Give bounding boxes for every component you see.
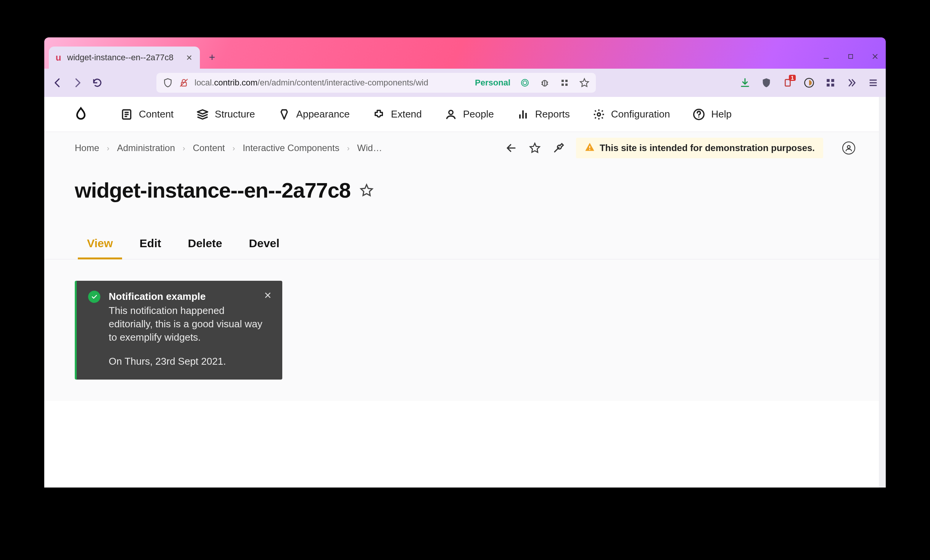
notification-close-icon[interactable]	[263, 291, 272, 300]
overflow-chevron-icon[interactable]	[846, 77, 858, 89]
demo-warning-banner: This site is intended for demonstration …	[576, 138, 823, 158]
hamburger-menu-icon[interactable]	[867, 77, 879, 89]
svg-point-37	[597, 113, 600, 116]
tab-title: widget-instance--en--2a77c8	[67, 53, 181, 63]
svg-line-13	[541, 84, 543, 84]
user-account-icon[interactable]	[842, 142, 855, 154]
svg-rect-22	[827, 79, 830, 82]
downloads-icon[interactable]	[739, 77, 751, 89]
breadcrumb-item[interactable]: Home	[75, 143, 99, 153]
svg-rect-17	[565, 80, 568, 82]
extension-circle-icon[interactable]	[803, 77, 815, 89]
nav-forward-button[interactable]	[71, 76, 84, 89]
tab-strip: u widget-instance--en--2a77c8 +	[44, 37, 886, 69]
content-area: Notification example This notification h…	[44, 259, 886, 401]
svg-point-42	[847, 146, 850, 148]
container-personal-label: Personal	[475, 78, 510, 88]
warning-triangle-icon	[584, 142, 595, 154]
apps-grid-icon[interactable]	[559, 77, 570, 88]
chevron-right-icon: ›	[347, 144, 350, 153]
scrollbar-track[interactable]	[879, 97, 886, 488]
admin-menu-extend[interactable]: Extend	[373, 108, 422, 121]
svg-rect-19	[565, 84, 568, 86]
bc-back-arrow-icon[interactable]	[505, 142, 517, 154]
admin-menu-content[interactable]: Content	[121, 108, 174, 121]
admin-menu-structure[interactable]: Structure	[196, 108, 255, 121]
svg-point-33	[449, 110, 453, 114]
breadcrumb-item[interactable]: Content	[193, 143, 225, 153]
breadcrumb-item[interactable]: Interactive Components	[243, 143, 339, 153]
notification-body: This notification happened editorially, …	[109, 304, 271, 368]
tab-devel[interactable]: Devel	[249, 237, 280, 259]
browser-window: u widget-instance--en--2a77c8 + local.co…	[44, 37, 886, 488]
svg-rect-1	[849, 55, 853, 59]
breadcrumb-item[interactable]: Wid…	[357, 143, 382, 153]
window-maximize-icon[interactable]	[845, 51, 856, 62]
new-tab-button[interactable]: +	[204, 50, 220, 65]
page-title: widget-instance--en--2a77c8	[75, 178, 351, 203]
window-controls	[821, 51, 880, 62]
browser-tab[interactable]: u widget-instance--en--2a77c8	[49, 47, 200, 69]
admin-menu-reports[interactable]: Reports	[517, 108, 570, 121]
page-content: Content Structure Appearance Extend Peop…	[44, 97, 886, 488]
window-minimize-icon[interactable]	[821, 51, 832, 62]
nav-reload-button[interactable]	[91, 76, 104, 89]
insecure-lock-icon[interactable]	[179, 77, 189, 88]
notification-card: Notification example This notification h…	[75, 281, 282, 380]
shield-icon[interactable]	[163, 77, 173, 88]
tab-edit[interactable]: Edit	[140, 237, 161, 259]
svg-rect-18	[562, 84, 564, 86]
breadcrumb-row: Home › Administration › Content › Intera…	[44, 132, 886, 164]
bookmark-star-icon[interactable]	[579, 77, 590, 88]
admin-toolbar: Content Structure Appearance Extend Peop…	[44, 97, 886, 132]
chevron-right-icon: ›	[233, 144, 235, 153]
url-text: local.contrib.com/en/admin/content/inter…	[195, 78, 428, 88]
svg-point-41	[589, 149, 591, 150]
admin-menu-appearance[interactable]: Appearance	[278, 108, 350, 121]
notification-title: Notification example	[109, 291, 271, 303]
bug-icon[interactable]	[539, 77, 550, 88]
extension-grid-icon[interactable]	[825, 77, 836, 89]
bc-wrench-icon[interactable]	[552, 142, 565, 154]
tab-close-icon[interactable]	[185, 53, 194, 62]
chevron-right-icon: ›	[107, 144, 109, 153]
admin-menu-help[interactable]: Help	[693, 108, 731, 121]
breadcrumb-item[interactable]: Administration	[117, 143, 175, 153]
svg-rect-24	[827, 84, 830, 87]
demo-banner-text: This site is intended for demonstration …	[600, 143, 815, 153]
page-tabs: View Edit Delete Devel	[44, 203, 886, 259]
tab-delete[interactable]: Delete	[188, 237, 222, 259]
svg-point-8	[521, 79, 528, 86]
svg-point-9	[523, 81, 527, 85]
admin-menu-configuration[interactable]: Configuration	[593, 108, 670, 121]
nav-back-button[interactable]	[51, 76, 64, 89]
bc-star-icon[interactable]	[529, 142, 541, 154]
svg-line-15	[546, 84, 548, 84]
svg-rect-23	[831, 79, 834, 82]
admin-menu-people[interactable]: People	[445, 108, 494, 121]
tab-favicon-icon: u	[53, 53, 63, 63]
extension-red-icon[interactable]: 1	[782, 77, 793, 89]
svg-point-39	[698, 116, 700, 117]
tab-view[interactable]: View	[87, 237, 113, 259]
window-close-icon[interactable]	[870, 51, 880, 62]
page-title-row: widget-instance--en--2a77c8	[44, 164, 886, 203]
browser-toolbar-icons: 1	[739, 77, 879, 89]
ublock-shield-icon[interactable]	[761, 77, 772, 89]
address-bar-row: local.contrib.com/en/admin/content/inter…	[44, 69, 886, 97]
svg-rect-16	[562, 80, 564, 82]
chevron-right-icon: ›	[183, 144, 185, 153]
title-star-icon[interactable]	[360, 183, 373, 197]
container-spiral-icon[interactable]	[520, 77, 530, 88]
address-bar[interactable]: local.contrib.com/en/admin/content/inter…	[156, 73, 596, 93]
svg-rect-25	[831, 84, 834, 87]
drupal-logo-icon[interactable]	[73, 107, 88, 122]
success-check-icon	[88, 291, 100, 303]
